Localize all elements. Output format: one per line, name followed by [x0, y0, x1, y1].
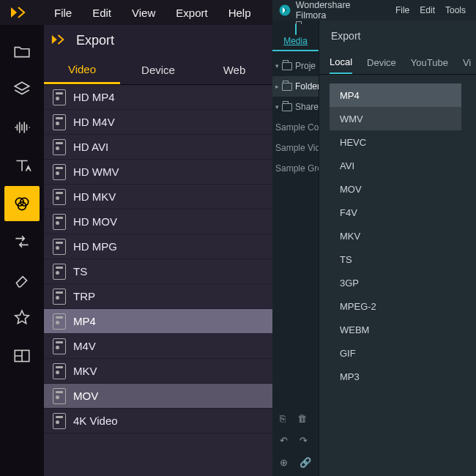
tree-sample[interactable]: Sample Vide [272, 138, 319, 158]
color-filter-icon[interactable] [4, 186, 40, 221]
left-toolbar [0, 25, 44, 476]
export-tab-youtube[interactable]: YouTube [411, 51, 448, 74]
filmora-format-item[interactable]: MP4 [330, 83, 461, 107]
new-folder-icon[interactable]: ⎘ [280, 413, 286, 424]
eraser-icon[interactable] [4, 262, 40, 297]
audio-waveform-icon[interactable] [4, 110, 40, 145]
tree-folder[interactable]: ▸Folder [272, 76, 319, 97]
format-item[interactable]: HD WMV [44, 160, 272, 185]
filmora-logo-icon [278, 4, 291, 17]
filmora-window: Wondershare Filmora FileEditTools Media … [272, 0, 476, 476]
media-tree: ▾Proje▸Folder▾ShareSample ColoSample Vid… [272, 51, 319, 407]
menu-edit[interactable]: Edit [82, 7, 122, 19]
star-icon[interactable] [4, 300, 40, 335]
tab-web[interactable]: Web [196, 56, 272, 84]
filmora-format-item[interactable]: MP3 [330, 365, 461, 388]
tree-sample[interactable]: Sample Colo [272, 117, 319, 138]
undo-icon[interactable]: ↶ [280, 435, 288, 446]
tree-folder[interactable]: ▾Proje [272, 56, 319, 76]
file-icon [53, 214, 66, 230]
tab-video[interactable]: Video [44, 56, 120, 84]
format-item[interactable]: HD MPG [44, 234, 272, 259]
format-item[interactable]: HD MP4 [44, 85, 272, 110]
menu-edit[interactable]: Edit [420, 5, 435, 15]
app-logo-icon [0, 5, 44, 20]
filmora-format-item[interactable]: WMV [330, 107, 461, 130]
filmora-format-item[interactable]: MKV [330, 224, 461, 248]
format-item[interactable]: MKV [44, 359, 272, 384]
format-item[interactable]: TS [44, 259, 272, 284]
export-tab-device[interactable]: Device [367, 51, 396, 74]
menu-file[interactable]: File [395, 5, 409, 15]
redo-icon[interactable]: ↷ [300, 435, 308, 446]
filmora-format-item[interactable]: 3GP [330, 271, 461, 294]
file-icon [53, 264, 66, 280]
menu-help[interactable]: Help [218, 7, 261, 19]
export-tab-local[interactable]: Local [330, 51, 352, 74]
filmora-format-item[interactable]: GIF [330, 341, 461, 365]
layers-icon[interactable] [4, 72, 40, 107]
file-icon [53, 388, 66, 404]
file-icon [53, 363, 66, 379]
format-item[interactable]: HD AVI [44, 135, 272, 160]
folder-icon [295, 24, 297, 34]
format-label: TRP [73, 290, 95, 302]
link-icon[interactable]: 🔗 [300, 457, 311, 468]
filmora-format-item[interactable]: TS [330, 248, 461, 271]
chevron-icon: ▸ [275, 83, 279, 90]
file-icon [53, 289, 66, 305]
menu-file[interactable]: File [44, 7, 82, 19]
filmora-format-item[interactable]: MOV [330, 177, 461, 201]
format-label: M4V [73, 340, 96, 352]
format-label: HD AVI [73, 141, 108, 153]
tree-label: Share [295, 102, 319, 112]
filmora-format-item[interactable]: F4V [330, 201, 461, 224]
menu-tools[interactable]: Tools [445, 5, 466, 15]
format-item[interactable]: HD MKV [44, 185, 272, 209]
export-tab-vi[interactable]: Vi [463, 51, 471, 74]
export-logo-icon [51, 33, 69, 48]
format-label: HD MOV [73, 215, 117, 228]
format-label: MOV [73, 390, 98, 402]
export-tabs: VideoDeviceWeb [44, 56, 272, 85]
format-label: MP4 [73, 315, 96, 327]
split-screen-icon[interactable] [4, 338, 40, 373]
chevron-icon: ▾ [275, 62, 279, 70]
folder-icon[interactable] [4, 34, 40, 69]
tree-folder[interactable]: ▾Share [272, 97, 319, 117]
file-icon [53, 239, 66, 255]
format-item[interactable]: HD MOV [44, 209, 272, 234]
menu-view[interactable]: View [122, 7, 166, 19]
file-icon [53, 338, 66, 354]
tree-sample[interactable]: Sample Gre [272, 158, 319, 179]
format-item[interactable]: HD M4V [44, 110, 272, 135]
format-label: 4K Video [73, 414, 118, 427]
filmora-format-item[interactable]: AVI [330, 154, 461, 177]
format-label: HD MPG [73, 240, 117, 253]
text-icon[interactable] [4, 148, 40, 183]
format-item[interactable]: MP4 [44, 309, 272, 334]
file-icon [53, 139, 66, 155]
transitions-icon[interactable] [4, 224, 40, 259]
format-item[interactable]: M4V [44, 334, 272, 359]
format-item[interactable]: MOV [44, 384, 272, 409]
filmora-export-tabs: LocalDeviceYouTubeVi [319, 51, 476, 75]
filmora-export-panel: Export LocalDeviceYouTubeVi MP4WMVHEVCAV… [319, 21, 476, 476]
filmora-format-item[interactable]: MPEG-2 [330, 294, 461, 318]
file-icon [53, 89, 66, 105]
menu-export[interactable]: Export [166, 7, 217, 19]
format-item[interactable]: TRP [44, 284, 272, 309]
filmora-format-list: MP4WMVHEVCAVIMOVF4VMKVTS3GPMPEG-2WEBMGIF… [319, 75, 476, 476]
format-label: HD WMV [73, 166, 119, 178]
format-item[interactable]: 4K Video [44, 409, 272, 434]
chevron-icon: ▾ [275, 103, 279, 111]
media-panel: Media ▾Proje▸Folder▾ShareSample ColoSamp… [272, 21, 319, 476]
delete-icon[interactable]: 🗑 [297, 413, 307, 424]
filmora-format-item[interactable]: HEVC [330, 130, 461, 154]
tab-media[interactable]: Media [272, 21, 319, 51]
add-media-icon[interactable]: ⊕ [280, 457, 288, 468]
filmora-format-item[interactable]: WEBM [330, 318, 461, 341]
export-panel-header: Export [44, 25, 272, 56]
tab-device[interactable]: Device [120, 56, 196, 84]
file-icon [53, 189, 66, 205]
